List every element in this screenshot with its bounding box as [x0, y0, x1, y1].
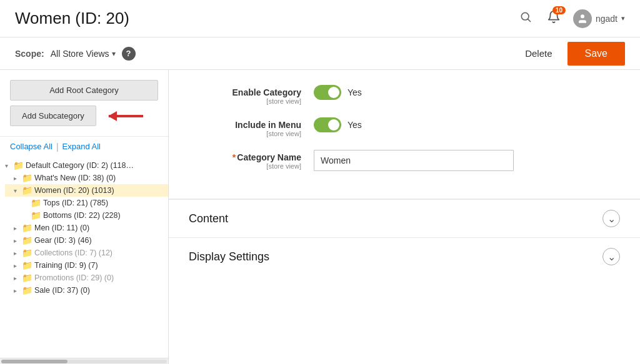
tree-toggle-collections: ▸ — [14, 250, 20, 257]
category-name-label: *Category Name — [232, 152, 301, 162]
folder-icon-women: 📁 — [22, 185, 32, 195]
tree-item-sale[interactable]: ▸📁Sale (ID: 37) (0) — [5, 284, 168, 297]
tree-item-training[interactable]: ▸📁Training (ID: 9) (7) — [5, 259, 168, 272]
category-name-input[interactable] — [314, 150, 514, 171]
save-button[interactable]: Save — [568, 42, 625, 66]
tree-item-men[interactable]: ▸📁Men (ID: 11) (0) — [5, 222, 168, 234]
name-label-col: *Category Name [store view] — [189, 150, 301, 170]
display-settings-toggle-icon: ⌄ — [602, 248, 620, 265]
tree-label-whatsnew: What's New (ID: 38) (0) — [34, 174, 116, 182]
menu-label-col: Include in Menu [store view] — [189, 117, 301, 137]
tree-toggle-women: ▾ — [14, 187, 20, 194]
scope-left: Scope: All Store Views ▾ ? — [15, 47, 136, 61]
left-panel: Add Root Category Add Subcategory Collap… — [0, 70, 169, 364]
content-section: Content ⌄ — [169, 199, 640, 237]
scope-dropdown-arrow-icon: ▾ — [112, 49, 116, 58]
tree-item-women[interactable]: ▾📁Women (ID: 20) (1013) — [5, 184, 168, 197]
folder-icon-sale: 📁 — [22, 285, 32, 295]
tree-toggle-training: ▸ — [14, 262, 20, 269]
include-menu-toggle[interactable] — [314, 117, 341, 132]
category-name-row: *Category Name [store view] — [189, 150, 620, 171]
user-menu[interactable]: ngadt ▾ — [573, 9, 625, 28]
left-panel-top: Add Root Category Add Subcategory — [0, 70, 168, 137]
tree-label-men: Men (ID: 11) (0) — [34, 224, 89, 232]
folder-icon-whatsnew: 📁 — [22, 173, 32, 183]
tree-scrollbar[interactable] — [0, 358, 168, 364]
notification-button[interactable]: 10 — [544, 7, 563, 29]
include-menu-value: Yes — [348, 120, 362, 130]
user-avatar — [573, 9, 592, 28]
tree-label-training: Training (ID: 9) (7) — [34, 261, 98, 270]
tree-item-gear[interactable]: ▸📁Gear (ID: 3) (46) — [5, 234, 168, 247]
tree-toggle-gear: ▸ — [14, 237, 20, 244]
user-dropdown-icon: ▾ — [621, 14, 625, 22]
category-tree: ▾📁Default Category (ID: 2) (118…▸📁What's… — [0, 157, 168, 358]
tree-scrollbar-track — [1, 360, 167, 363]
display-settings-header[interactable]: Display Settings ⌄ — [189, 238, 620, 275]
scope-label: Scope: — [15, 49, 44, 59]
folder-icon-default: 📁 — [13, 160, 24, 170]
tree-label-default: Default Category (ID: 2) (118… — [26, 161, 134, 170]
content-section-header[interactable]: Content ⌄ — [189, 200, 620, 237]
tree-label-women: Women (ID: 20) (1013) — [34, 186, 114, 195]
folder-icon-bottoms: 📁 — [31, 210, 41, 220]
toggle-knob — [328, 87, 339, 98]
enable-label-col: Enable Category [store view] — [189, 85, 301, 105]
tree-item-whatsnew[interactable]: ▸📁What's New (ID: 38) (0) — [5, 172, 168, 184]
enable-category-toggle[interactable] — [314, 85, 341, 100]
tree-toggle-default: ▾ — [5, 162, 11, 169]
search-icon — [519, 11, 532, 23]
tree-label-collections: Collections (ID: 7) (12) — [34, 248, 112, 257]
tree-toggle-whatsnew: ▸ — [14, 175, 20, 182]
scope-bar: Scope: All Store Views ▾ ? Delete Save — [0, 37, 640, 70]
enable-category-label: Enable Category — [232, 87, 301, 97]
svg-line-1 — [528, 19, 531, 22]
search-button[interactable] — [517, 8, 534, 29]
tree-item-bottoms[interactable]: 📁Bottoms (ID: 22) (228) — [5, 209, 168, 222]
enable-category-row: Enable Category [store view] Yes — [189, 85, 620, 105]
collapse-all-link[interactable]: Collapse All — [10, 142, 52, 152]
category-name-sublabel: [store view] — [189, 162, 301, 170]
content-section-toggle-icon: ⌄ — [602, 210, 620, 227]
right-panel: Enable Category [store view] Yes Include… — [169, 70, 640, 364]
enable-category-control: Yes — [314, 85, 620, 100]
tree-label-gear: Gear (ID: 3) (46) — [34, 236, 92, 245]
collapse-expand-bar: Collapse All | Expand All — [0, 137, 168, 157]
page-title: Women (ID: 20) — [15, 9, 129, 28]
red-arrow-indicator — [109, 115, 143, 117]
tree-toggle-promotions: ▸ — [14, 275, 20, 282]
tree-toggle-men: ▸ — [14, 225, 20, 232]
category-form: Enable Category [store view] Yes Include… — [169, 70, 640, 199]
top-header: Women (ID: 20) 10 ngadt ▾ — [0, 0, 640, 37]
tree-item-tops[interactable]: 📁Tops (ID: 21) (785) — [5, 197, 168, 209]
svg-point-0 — [521, 12, 529, 20]
delete-button[interactable]: Delete — [518, 44, 559, 62]
enable-category-sublabel: [store view] — [189, 97, 301, 105]
main-content: Add Root Category Add Subcategory Collap… — [0, 70, 640, 364]
include-menu-row: Include in Menu [store view] Yes — [189, 117, 620, 137]
scope-right: Delete Save — [518, 42, 625, 66]
display-settings-title: Display Settings — [189, 250, 269, 263]
folder-icon-collections: 📁 — [22, 248, 32, 258]
add-root-category-button[interactable]: Add Root Category — [10, 80, 158, 101]
folder-icon-men: 📁 — [22, 223, 32, 233]
content-section-title: Content — [189, 212, 228, 225]
tree-label-bottoms: Bottoms (ID: 22) (228) — [43, 211, 121, 220]
tree-item-collections[interactable]: ▸📁Collections (ID: 7) (12) — [5, 247, 168, 259]
tree-label-sale: Sale (ID: 37) (0) — [34, 286, 90, 295]
header-actions: 10 ngadt ▾ — [517, 7, 625, 29]
add-subcategory-button[interactable]: Add Subcategory — [10, 106, 96, 126]
tree-item-default[interactable]: ▾📁Default Category (ID: 2) (118… — [5, 159, 168, 172]
include-menu-control: Yes — [314, 117, 620, 132]
tree-scrollbar-thumb — [1, 360, 68, 363]
tree-label-tops: Tops (ID: 21) (785) — [43, 199, 108, 207]
toggle-knob-2 — [328, 119, 339, 130]
folder-icon-gear: 📁 — [22, 235, 32, 245]
username-label: ngadt — [596, 14, 618, 24]
tree-item-promotions[interactable]: ▸📁Promotions (ID: 29) (0) — [5, 272, 168, 284]
include-menu-label: Include in Menu — [235, 120, 301, 130]
scope-select[interactable]: All Store Views ▾ — [51, 49, 116, 59]
expand-all-link[interactable]: Expand All — [62, 142, 101, 152]
help-icon[interactable]: ? — [122, 47, 136, 61]
folder-icon-promotions: 📁 — [22, 273, 32, 283]
